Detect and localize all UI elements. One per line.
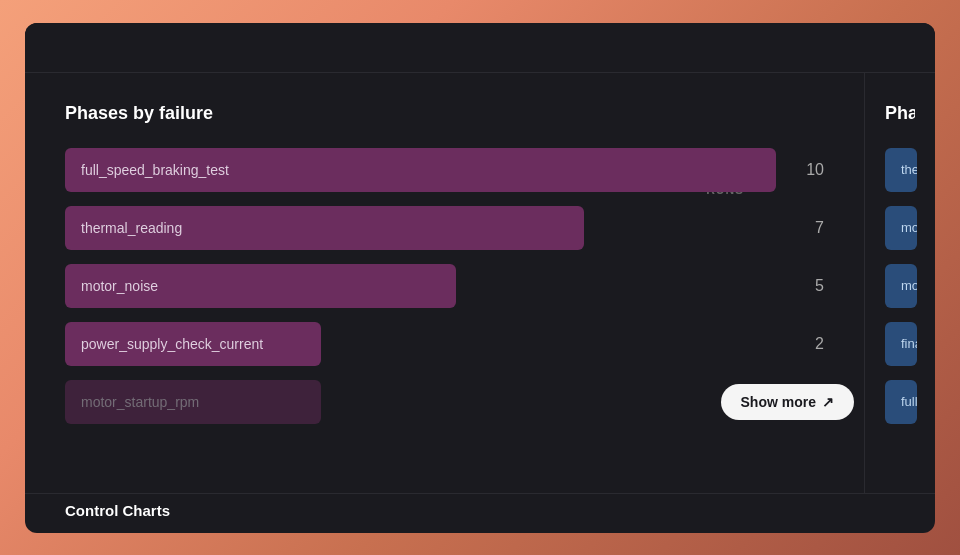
app-window: Phases by failure RUNS full_speed_brakin…	[25, 23, 935, 533]
right-bar-5: full_spee	[885, 380, 917, 424]
right-bar-1: thermal_	[885, 148, 917, 192]
bottom-section: Control Charts	[25, 493, 935, 533]
run-count-4: 2	[796, 335, 824, 353]
bar-2: thermal_reading	[65, 206, 584, 250]
left-panel-title: Phases by failure	[65, 103, 824, 124]
right-bar-label-2: motor_s	[901, 220, 917, 235]
run-count-2: 7	[796, 219, 824, 237]
bar-label-1: full_speed_braking_test	[81, 162, 229, 178]
bar-row-2: thermal_reading 7	[65, 206, 824, 250]
title-bar	[25, 23, 935, 73]
bar-row-1: full_speed_braking_test 10	[65, 148, 824, 192]
right-bar-3: motor_n	[885, 264, 917, 308]
content-area: Phases by failure RUNS full_speed_brakin…	[25, 73, 935, 493]
bar-5: motor_startup_rpm	[65, 380, 321, 424]
bar-container-4: power_supply_check_current	[65, 322, 776, 366]
arrow-icon: ↗	[822, 394, 834, 410]
bar-4: power_supply_check_current	[65, 322, 321, 366]
bar-row-4: power_supply_check_current 2	[65, 322, 824, 366]
run-count-3: 5	[796, 277, 824, 295]
show-more-button[interactable]: Show more ↗	[721, 384, 854, 420]
run-count-1: 10	[796, 161, 824, 179]
right-bar-4: final_rpm	[885, 322, 917, 366]
bar-container-1: full_speed_braking_test	[65, 148, 776, 192]
bar-1: full_speed_braking_test	[65, 148, 776, 192]
bar-3: motor_noise	[65, 264, 456, 308]
bar-label-4: power_supply_check_current	[81, 336, 263, 352]
bar-container-2: thermal_reading	[65, 206, 776, 250]
bar-label-2: thermal_reading	[81, 220, 182, 236]
right-bar-label-5: full_spee	[901, 394, 917, 409]
right-bar-label-1: thermal_	[901, 162, 917, 177]
show-more-label: Show more	[741, 394, 816, 410]
left-panel: Phases by failure RUNS full_speed_brakin…	[25, 73, 865, 493]
bar-label-5: motor_startup_rpm	[81, 394, 199, 410]
bar-label-3: motor_noise	[81, 278, 158, 294]
right-bar-label-4: final_rpm	[901, 336, 917, 351]
bar-row-5: motor_startup_rpm 2 Show more ↗	[65, 380, 824, 424]
bar-container-5: motor_startup_rpm	[65, 380, 776, 424]
right-bar-2: motor_s	[885, 206, 917, 250]
bar-container-3: motor_noise	[65, 264, 776, 308]
right-panel: Phases by thermal_ motor_s motor_n final…	[865, 73, 935, 493]
bar-row-3: motor_noise 5	[65, 264, 824, 308]
right-bar-label-3: motor_n	[901, 278, 917, 293]
right-panel-title: Phases by	[885, 103, 915, 124]
bottom-hint-text: Control Charts	[65, 502, 170, 519]
